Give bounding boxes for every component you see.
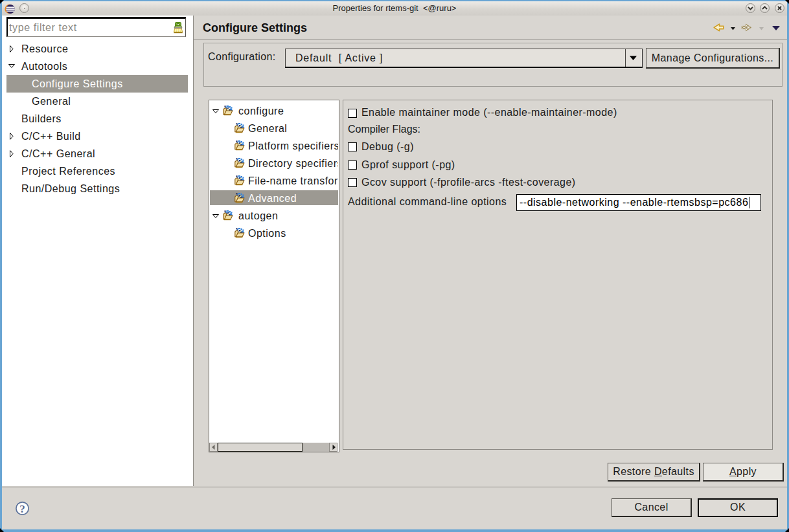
svg-text:?: ? [19, 503, 25, 515]
